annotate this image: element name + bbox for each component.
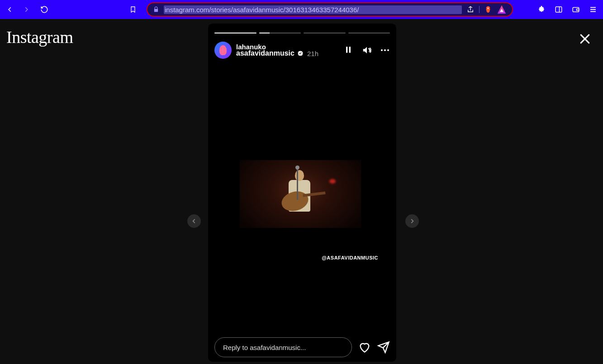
progress-bar [214, 33, 390, 33]
brave-rewards-icon[interactable] [497, 5, 507, 14]
bookmark-button[interactable] [127, 3, 139, 16]
share-button[interactable] [377, 341, 390, 354]
timestamp: 21h [307, 50, 318, 57]
instagram-logo[interactable]: Instagram [6, 27, 73, 47]
story-media[interactable] [240, 160, 361, 228]
close-button[interactable] [578, 32, 592, 46]
divider [479, 6, 480, 13]
progress-segment[interactable] [348, 33, 390, 33]
back-button[interactable] [4, 3, 16, 16]
svg-rect-8 [349, 47, 351, 52]
sidepanel-icon[interactable] [552, 3, 565, 16]
previous-story-button[interactable] [187, 214, 201, 228]
pause-button[interactable] [344, 45, 354, 55]
mute-button[interactable] [362, 45, 372, 55]
next-story-button[interactable] [405, 214, 419, 228]
story-header: lahanuko asafavidanmusic 21h [214, 42, 390, 59]
extensions-icon[interactable] [535, 3, 548, 16]
wallet-icon[interactable] [570, 3, 582, 16]
reply-row: Reply to asafavidanmusic... [214, 337, 390, 357]
url-text: instagram.com/stories/asafavidanmusic/30… [164, 5, 462, 14]
svg-rect-7 [346, 47, 347, 52]
page-content: Instagram lahanuko asafavidanmusic 21h [0, 19, 603, 364]
progress-segment[interactable] [214, 33, 256, 33]
svg-rect-3 [577, 9, 579, 11]
mention-tag[interactable]: @ASAFAVIDANMUSIC [322, 255, 378, 260]
username[interactable]: asafavidanmusic [236, 50, 294, 57]
progress-segment[interactable] [304, 33, 346, 33]
svg-rect-0 [556, 7, 562, 12]
avatar[interactable] [214, 42, 232, 59]
share-icon[interactable] [466, 5, 475, 14]
brave-icon[interactable] [484, 5, 492, 14]
browser-toolbar: instagram.com/stories/asafavidanmusic/30… [0, 0, 603, 19]
verified-icon [297, 50, 304, 57]
progress-segment[interactable] [259, 33, 301, 33]
address-bar[interactable]: instagram.com/stories/asafavidanmusic/30… [147, 2, 513, 17]
forward-button[interactable] [20, 3, 33, 16]
story-viewer: lahanuko asafavidanmusic 21h [208, 24, 396, 362]
like-button[interactable] [358, 341, 371, 354]
lock-icon [153, 6, 159, 13]
svg-rect-2 [573, 8, 579, 12]
reply-input[interactable]: Reply to asafavidanmusic... [214, 337, 352, 357]
reload-button[interactable] [38, 3, 51, 16]
more-options-button[interactable] [380, 45, 390, 55]
menu-icon[interactable] [587, 3, 599, 16]
